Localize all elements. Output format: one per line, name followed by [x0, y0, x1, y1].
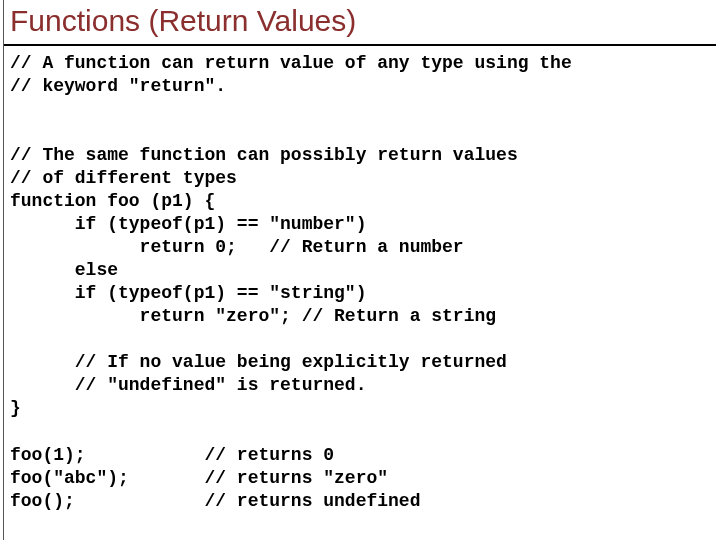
code-line: return "zero"; // Return a string [10, 306, 496, 326]
code-line: // keyword "return". [10, 76, 226, 96]
code-line: // "undefined" is returned. [10, 375, 366, 395]
code-block: // A function can return value of any ty… [0, 46, 720, 513]
code-line: if (typeof(p1) == "string") [10, 283, 366, 303]
code-line: if (typeof(p1) == "number") [10, 214, 366, 234]
slide: Functions (Return Values) // A function … [0, 0, 720, 540]
slide-title: Functions (Return Values) [0, 0, 720, 44]
code-line: else [10, 260, 118, 280]
left-rule [3, 0, 4, 540]
code-line: return 0; // Return a number [10, 237, 464, 257]
code-line: // of different types [10, 168, 237, 188]
code-line: // The same function can possibly return… [10, 145, 518, 165]
code-line: // A function can return value of any ty… [10, 53, 572, 73]
code-line: function foo (p1) { [10, 191, 215, 211]
code-line: } [10, 398, 21, 418]
code-line: // If no value being explicitly returned [10, 352, 507, 372]
code-line: foo(1); // returns 0 [10, 445, 334, 465]
code-line: foo("abc"); // returns "zero" [10, 468, 388, 488]
code-line: foo(); // returns undefined [10, 491, 420, 511]
